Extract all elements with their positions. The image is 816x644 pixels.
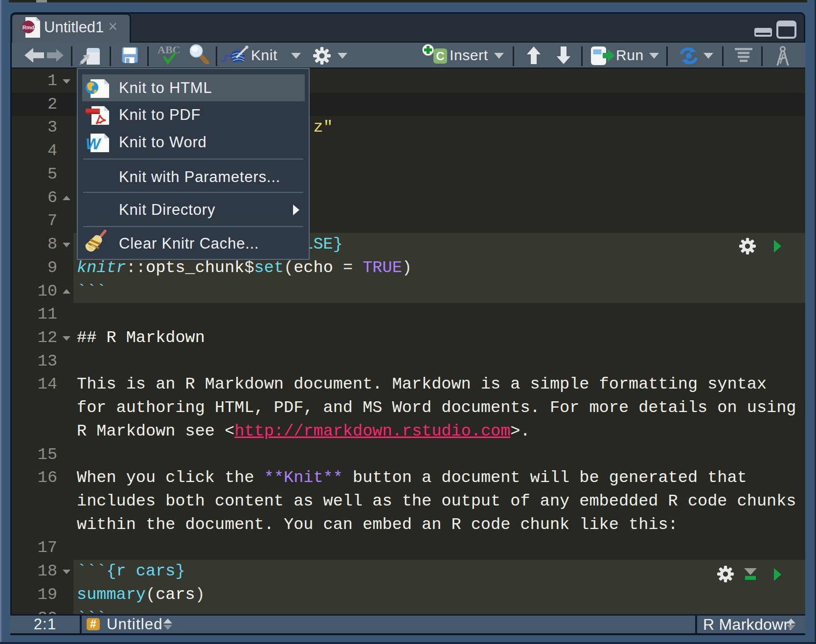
- svg-text:C: C: [436, 49, 444, 63]
- svg-text:Rmd: Rmd: [23, 24, 34, 30]
- svg-text:W: W: [86, 135, 102, 153]
